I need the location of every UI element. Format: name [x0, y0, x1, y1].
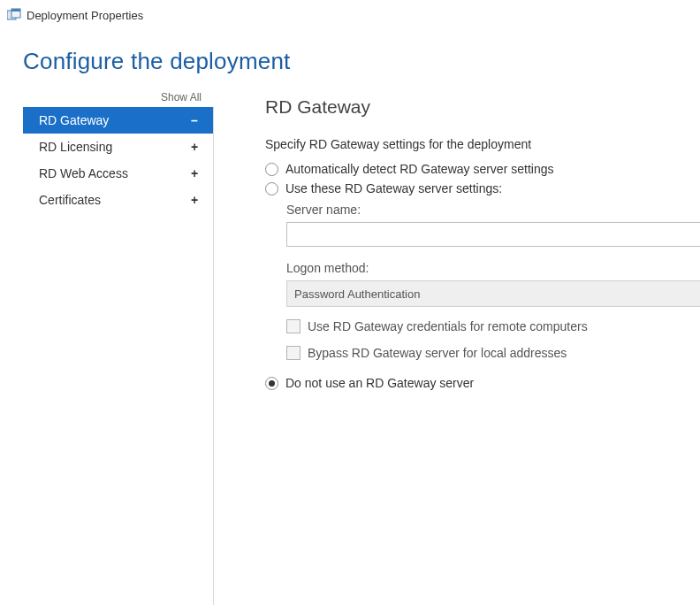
- sidebar-navlist: RD Gateway RD Licensing RD Web Access Ce…: [23, 107, 214, 213]
- server-name-label: Server name:: [286, 203, 700, 217]
- checkbox-use-credentials[interactable]: Use RD Gateway credentials for remote co…: [286, 319, 700, 333]
- sidebar-item-label: Certificates: [39, 193, 101, 207]
- radio-label: Use these RD Gateway server settings:: [285, 181, 502, 195]
- window-titlebar: Deployment Properties: [0, 0, 700, 27]
- expand-icon: [188, 193, 201, 207]
- logon-method-label: Logon method:: [286, 261, 700, 275]
- radio-icon: [265, 377, 278, 390]
- checkbox-bypass-local[interactable]: Bypass RD Gateway server for local addre…: [286, 346, 700, 360]
- checkbox-icon: [286, 319, 301, 333]
- show-all-link[interactable]: Show All: [23, 89, 214, 107]
- content-panel: RD Gateway Specify RD Gateway settings f…: [214, 89, 700, 585]
- sidebar-item-label: RD Web Access: [39, 166, 128, 180]
- option-auto-detect[interactable]: Automatically detect RD Gateway server s…: [265, 162, 700, 176]
- checkbox-label: Bypass RD Gateway server for local addre…: [308, 346, 567, 360]
- workarea: Show All RD Gateway RD Licensing RD Web …: [0, 84, 700, 585]
- sidebar-item-label: RD Licensing: [39, 140, 112, 154]
- deployment-properties-icon: [7, 8, 21, 22]
- option-do-not-use-gateway[interactable]: Do not use an RD Gateway server: [265, 376, 700, 390]
- option-use-these-settings[interactable]: Use these RD Gateway server settings:: [265, 181, 700, 195]
- use-these-settings-subpanel: Server name: Logon method: Password Auth…: [286, 203, 700, 360]
- sidebar-item-rd-licensing[interactable]: RD Licensing: [23, 134, 213, 160]
- sidebar: Show All RD Gateway RD Licensing RD Web …: [23, 89, 214, 585]
- sidebar-item-rd-gateway[interactable]: RD Gateway: [23, 107, 213, 134]
- expand-icon: [188, 166, 201, 180]
- panel-heading: RD Gateway: [265, 96, 700, 118]
- sidebar-item-certificates[interactable]: Certificates: [23, 187, 213, 213]
- panel-lead-text: Specify RD Gateway settings for the depl…: [265, 137, 700, 151]
- window-title: Deployment Properties: [27, 9, 143, 22]
- collapse-icon: [188, 113, 201, 127]
- page-header: Configure the deployment: [0, 27, 700, 84]
- expand-icon: [188, 140, 201, 154]
- logon-method-dropdown[interactable]: Password Authentication: [286, 280, 700, 307]
- checkbox-icon: [286, 346, 301, 360]
- page-title: Configure the deployment: [23, 48, 677, 75]
- radio-label: Automatically detect RD Gateway server s…: [285, 162, 553, 176]
- radio-icon: [265, 182, 278, 195]
- svg-rect-2: [11, 9, 20, 11]
- server-name-input[interactable]: [286, 222, 700, 247]
- checkbox-label: Use RD Gateway credentials for remote co…: [308, 319, 588, 333]
- sidebar-item-rd-web-access[interactable]: RD Web Access: [23, 160, 213, 187]
- radio-icon: [265, 163, 278, 176]
- radio-label: Do not use an RD Gateway server: [285, 376, 474, 390]
- logon-method-selected-value: Password Authentication: [294, 287, 420, 301]
- sidebar-item-label: RD Gateway: [39, 113, 109, 127]
